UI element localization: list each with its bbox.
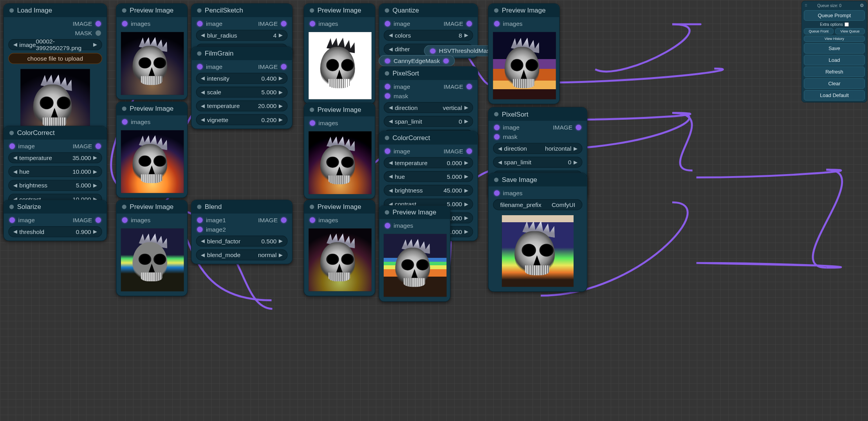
param-temperature[interactable]: ◀temperature35.000▶ [8, 152, 102, 163]
port-dot[interactable] [494, 134, 500, 140]
collapse-icon[interactable] [197, 51, 201, 56]
drag-handle-icon[interactable]: ⠿ [805, 4, 808, 8]
param-filename-prefix[interactable]: filename_prefixComfyUI [493, 199, 582, 210]
port-dot[interactable] [122, 218, 128, 223]
node-blend[interactable]: Blend image1IMAGE image2 ◀blend_factor0.… [191, 200, 292, 264]
collapse-icon[interactable] [122, 205, 126, 209]
port-dot[interactable] [9, 144, 15, 149]
collapse-icon[interactable] [310, 205, 314, 209]
collapse-icon[interactable] [385, 71, 389, 76]
port-dot[interactable] [197, 218, 202, 223]
port-dot[interactable] [494, 125, 500, 130]
port-dot[interactable] [197, 227, 202, 232]
port-dot[interactable] [197, 64, 202, 70]
port-dot[interactable] [385, 84, 390, 89]
node-canny-edge-mask[interactable]: CannyEdgeMask [379, 55, 455, 66]
collapse-icon[interactable] [9, 131, 14, 135]
port-dot[interactable] [96, 31, 101, 36]
port-dot[interactable] [494, 190, 500, 196]
port-dot[interactable] [443, 58, 449, 63]
node-preview-image[interactable]: Preview Image images [488, 3, 559, 104]
node-preview-image[interactable]: Preview Image images [116, 3, 188, 100]
node-preview-image[interactable]: Preview Image images [304, 103, 375, 199]
node-canvas[interactable]: Load Image IMAGE MASK ◀image00002-399295… [0, 0, 868, 421]
port-dot[interactable] [466, 84, 472, 89]
param-threshold[interactable]: ◀threshold0.900▶ [8, 226, 102, 237]
param-blend-mode[interactable]: ◀blend_modenormal▶ [196, 249, 288, 260]
collapse-icon[interactable] [385, 210, 389, 214]
port-dot[interactable] [96, 144, 101, 149]
collapse-icon[interactable] [494, 8, 498, 13]
port-dot[interactable] [385, 58, 390, 63]
param-temperature[interactable]: ◀temperature0.000▶ [384, 157, 473, 168]
port-dot[interactable] [96, 21, 101, 27]
refresh-button[interactable]: Refresh [804, 67, 865, 77]
param-span-limit[interactable]: ◀span_limit0▶ [384, 116, 473, 127]
collapse-icon[interactable] [310, 108, 314, 112]
param-vignette[interactable]: ◀vignette0.200▶ [196, 114, 288, 125]
port-dot[interactable] [197, 21, 202, 27]
port-dot[interactable] [494, 21, 500, 27]
port-dot[interactable] [466, 21, 472, 27]
gear-icon[interactable]: ⚙ [860, 3, 864, 8]
collapse-icon[interactable] [310, 8, 314, 13]
param-scale[interactable]: ◀scale5.000▶ [196, 86, 288, 97]
port-dot[interactable] [385, 148, 390, 154]
param-blend-factor[interactable]: ◀blend_factor0.500▶ [196, 236, 288, 246]
node-preview-image[interactable]: Preview Image images [116, 200, 188, 296]
node-load-image[interactable]: Load Image IMAGE MASK ◀image00002-399295… [3, 3, 107, 143]
collapse-icon[interactable] [494, 112, 498, 116]
port-dot[interactable] [385, 223, 390, 228]
image-file-widget[interactable]: ◀image00002-3992950279.png▶ [8, 39, 102, 50]
choose-file-button[interactable]: choose file to upload [8, 53, 102, 64]
port-dot[interactable] [281, 21, 287, 27]
param-hue[interactable]: ◀hue5.000▶ [384, 171, 473, 182]
port-dot[interactable] [122, 119, 128, 125]
port-dot[interactable] [466, 148, 472, 154]
port-dot[interactable] [430, 48, 435, 53]
view-queue-button[interactable]: View Queue [835, 28, 865, 34]
sidebar-panel[interactable]: ⠿Queue size: 0⚙ Queue Prompt Extra optio… [801, 1, 867, 103]
collapse-icon[interactable] [9, 205, 14, 209]
port-dot[interactable] [310, 21, 315, 27]
port-dot[interactable] [385, 93, 390, 99]
load-default-button[interactable]: Load Default [804, 90, 865, 101]
param-temperature[interactable]: ◀temperature20.000▶ [196, 101, 288, 112]
collapse-icon[interactable] [494, 178, 498, 182]
param-colors[interactable]: ◀colors8▶ [384, 30, 473, 41]
port-dot[interactable] [310, 120, 315, 126]
collapse-icon[interactable] [197, 8, 201, 13]
node-preview-image[interactable]: Preview Image images [116, 101, 188, 198]
param-direction[interactable]: ◀directionvertical▶ [384, 102, 473, 113]
param-direction[interactable]: ◀directionhorizontal▶ [493, 143, 582, 154]
param-intensity[interactable]: ◀intensity0.400▶ [196, 73, 288, 84]
extra-options-checkbox[interactable] [845, 22, 849, 27]
collapse-icon[interactable] [385, 8, 389, 13]
node-film-grain[interactable]: FilmGrain imageIMAGE ◀intensity0.400▶ ◀s… [191, 46, 292, 129]
queue-front-button[interactable]: Queue Front [804, 28, 834, 34]
port-dot[interactable] [310, 218, 315, 223]
port-dot[interactable] [281, 64, 287, 70]
port-dot[interactable] [122, 21, 128, 27]
node-preview-image[interactable]: Preview Image images [379, 205, 450, 302]
extra-options-toggle[interactable]: Extra options [804, 22, 865, 27]
port-dot[interactable] [281, 218, 287, 223]
port-dot[interactable] [96, 218, 101, 223]
param-brightness[interactable]: ◀brightness45.000▶ [384, 185, 473, 196]
view-history-button[interactable]: View History [804, 36, 865, 42]
collapse-icon[interactable] [9, 8, 14, 13]
collapse-icon[interactable] [122, 106, 126, 111]
queue-prompt-button[interactable]: Queue Prompt [804, 10, 865, 21]
collapse-icon[interactable] [122, 8, 126, 13]
param-hue[interactable]: ◀hue10.000▶ [8, 166, 102, 177]
node-preview-image[interactable]: Preview Image images [304, 200, 375, 296]
node-solarize[interactable]: Solarize imageIMAGE ◀threshold0.900▶ [3, 200, 107, 241]
node-preview-image[interactable]: Preview Image images [304, 3, 375, 104]
node-save-image[interactable]: Save Image images filename_prefixComfyUI [488, 173, 587, 292]
clear-button[interactable]: Clear [804, 78, 865, 89]
port-dot[interactable] [385, 21, 390, 27]
collapse-icon[interactable] [197, 205, 201, 209]
load-button[interactable]: Load [804, 55, 865, 65]
param-span-limit[interactable]: ◀span_limit0▶ [493, 157, 582, 167]
port-dot[interactable] [9, 218, 15, 223]
